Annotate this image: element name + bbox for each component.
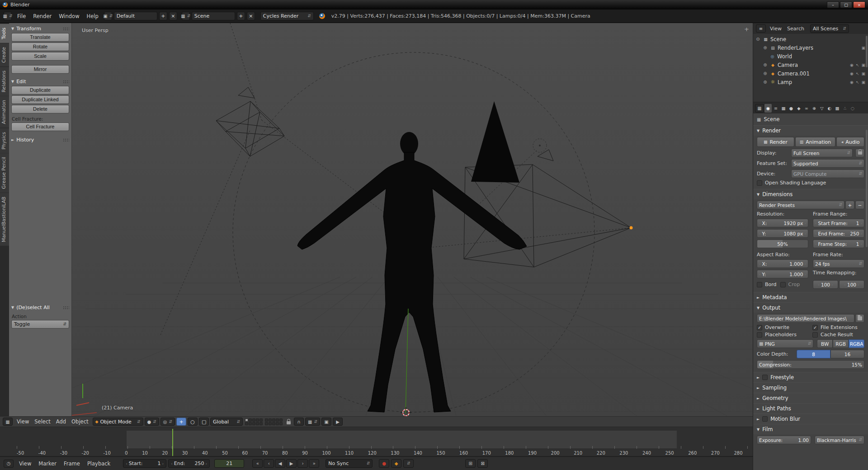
opengl-anim-render-button[interactable]: ▶ [333,418,343,426]
color-mode-bw-button[interactable]: BW [817,339,833,348]
tool-button[interactable]: Translate [11,33,69,42]
menu-item[interactable]: Select [32,418,53,425]
mode-dropdown[interactable]: ◆ Object Mode ⇵ [93,418,143,426]
props-tab-data[interactable]: ▽ [818,104,826,113]
delete-scene-button[interactable]: × [247,12,255,20]
output-path-field[interactable]: E:\Blender Models\Rendered Images\ [757,314,854,323]
depth-16-button[interactable]: 16 [830,350,864,358]
menu-item[interactable]: Marker [35,461,60,467]
keying-delete-button[interactable]: ⊠ [477,459,488,468]
snap-magnet-button[interactable]: ∩ [294,418,304,426]
menu-item[interactable]: View [14,418,32,425]
action-dropdown[interactable]: Toggle ⇵ [11,320,69,329]
render-restrict-icon[interactable]: ▣ [861,46,865,50]
render-restrict-icon[interactable]: ▣ [861,71,865,76]
frame-rate-dropdown[interactable]: 24 fps ⇵ [813,259,864,268]
props-tab-modifiers[interactable]: ⊕ [811,104,818,113]
current-frame-field[interactable]: 21 [214,459,244,468]
snap-element-dropdown[interactable]: ▦ ⇵ [305,418,320,426]
orientation-dropdown[interactable]: Global ⇵ [210,418,243,426]
panel-header-sampling[interactable]: ► Sampling [753,382,868,393]
shelf-tab[interactable]: Create [0,43,9,66]
selectable-icon[interactable]: ↖ [856,80,859,85]
render-presets-dropdown[interactable]: Render Presets ⇵ [757,201,844,209]
menu-item[interactable]: Help [83,13,102,19]
shelf-tab[interactable]: Tools [0,24,9,43]
menu-item[interactable]: View [767,26,784,32]
record-button[interactable]: ● [379,459,389,468]
start-frame-field[interactable]: ‹ Start Frame: 1 › [813,219,864,227]
props-tab-scene[interactable]: ▦ [780,104,787,113]
keying-insert-button[interactable]: ⊞ [465,459,476,468]
outliner-row[interactable]: ⊕ ☼ Lamp ◉ ↖ ▣ [753,78,868,86]
maximize-button[interactable]: ▢ [840,1,852,8]
outliner-row[interactable]: ⊕ ◆ Camera.001 ◉ ↖ ▣ [753,69,868,78]
menu-item[interactable]: Add [53,418,69,425]
playback-button[interactable]: ◀ [275,459,285,468]
panel-header-render[interactable]: ▼ Render [753,125,868,136]
editor-type-button[interactable]: ▦ [3,418,13,426]
panel-header-film[interactable]: ▼ Film [753,424,868,434]
sync-dropdown[interactable]: No Sync ⇵ [326,459,373,468]
region-expand-plus[interactable]: + [744,26,749,33]
menu-item[interactable]: File [14,13,29,19]
panel-header-metadata[interactable]: ► Metadata [753,292,868,302]
props-tab-render-layers[interactable]: ≡ [772,104,779,113]
aspect-y-field[interactable]: ‹ Y: 1.000 › [757,270,808,278]
keying-set-dropdown[interactable]: ⇵ [403,459,414,468]
frame-step-field[interactable]: ‹ Frame Step: 1 › [813,240,864,248]
close-button[interactable]: × [853,1,865,8]
editor-type-button[interactable]: ≡ [756,24,766,33]
editor-type-button[interactable]: ▦ ⇵ [4,12,12,20]
add-preset-button[interactable]: + [845,201,854,209]
screen-layout-field[interactable]: Default [114,12,157,20]
file-browse-button[interactable] [855,314,864,323]
outliner-scrollbar[interactable] [866,36,868,67]
tool-button[interactable]: Scale [11,52,69,61]
panel-header-motion-blur[interactable]: ► Motion Blur [753,414,868,424]
selectable-icon[interactable]: ↖ [856,71,859,76]
freestyle-checkbox[interactable] [762,375,768,380]
lock-icon[interactable] [287,421,291,424]
expand-icon[interactable]: ⊕ [762,71,768,76]
increment-icon[interactable]: › [206,461,208,466]
panel-header-geometry[interactable]: ► Geometry [753,393,868,403]
start-frame-field[interactable]: ‹ Start: 1 › [123,459,166,468]
viewport-canvas[interactable]: User Persp (21) Camera + [72,23,753,416]
screen-layout-browse-button[interactable]: ▣ ⇵ [104,12,112,20]
remap-old-field[interactable]: ‹100› [813,280,838,289]
playhead[interactable] [172,429,173,456]
menu-item[interactable]: Frame [60,461,84,467]
tool-button[interactable]: Delete [11,105,69,113]
menu-item[interactable]: Window [55,13,83,19]
props-tab-object[interactable]: ◆ [795,104,802,113]
menu-item[interactable]: View [15,461,35,467]
menu-item[interactable]: Object [69,418,91,425]
decrement-icon[interactable]: ‹ [126,461,127,466]
feature-set-dropdown[interactable]: Supported ⇵ [791,159,864,168]
exposure-slider[interactable]: Exposure: 1.00 [757,436,811,444]
expand-icon[interactable]: ⊕ [762,45,768,50]
render-audio-button[interactable]: ◂ Audio [836,137,864,147]
cache-result-checkbox[interactable] [812,332,818,338]
tool-button[interactable]: Duplicate Linked [11,95,69,104]
file-extensions-checkbox[interactable]: ✓ [812,325,818,330]
props-tab-particles[interactable]: ∴ [841,104,849,113]
add-scene-button[interactable]: + [237,12,245,20]
layers-widget[interactable] [245,418,263,425]
layers-widget[interactable] [265,418,283,425]
props-tab-world[interactable]: ● [788,104,795,113]
menu-item[interactable]: Render [29,13,55,19]
menu-item[interactable]: Playback [84,461,114,467]
panel-header-edit[interactable]: ▼ Edit [11,77,69,86]
mirror-button[interactable]: Mirror [11,65,69,74]
props-tab-texture[interactable]: ▩ [834,104,841,113]
end-frame-field[interactable]: ‹ End Frame: 250 › [813,229,864,238]
collapse-icon[interactable]: ⊖ [755,37,761,42]
outliner-row[interactable]: ⊖ ▦ Scene [753,35,868,43]
panel-header-light-paths[interactable]: ► Light Paths [753,403,868,414]
decrement-icon[interactable]: ‹ [171,461,173,466]
playback-button[interactable]: › [297,459,308,468]
resolution-x-field[interactable]: ‹ X: 1920 px › [757,219,808,227]
aspect-x-field[interactable]: ‹ X: 1.000 › [757,259,808,268]
